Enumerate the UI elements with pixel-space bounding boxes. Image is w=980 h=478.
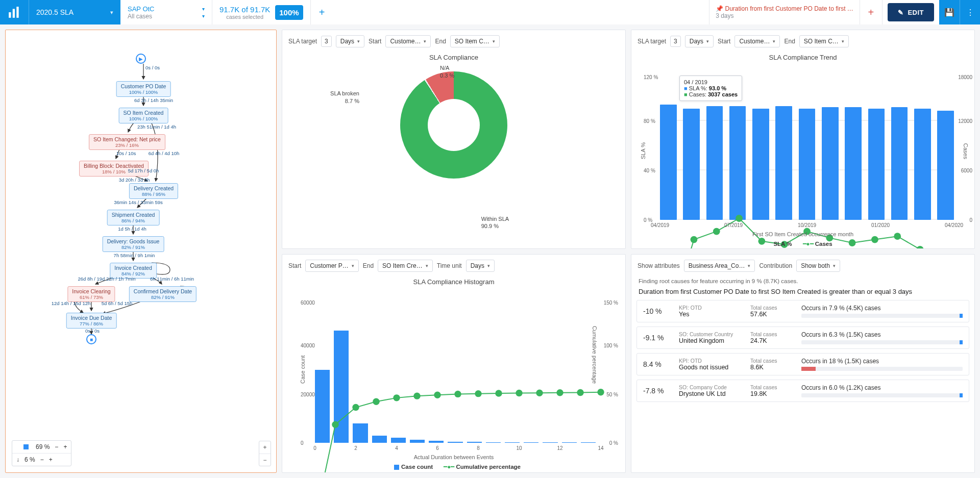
- time-unit-label: Time unit: [437, 262, 462, 269]
- chevron-down-icon: ▾: [202, 6, 205, 12]
- tooltip-month: 04 / 2019: [684, 79, 738, 85]
- minus-button[interactable]: −: [40, 456, 44, 463]
- zoom-out-button[interactable]: −: [259, 454, 271, 466]
- time-unit-dropdown[interactable]: Days▾: [466, 260, 495, 272]
- sla-target-input[interactable]: 3: [321, 36, 332, 47]
- cases-pct-badge: 100%: [275, 5, 303, 20]
- donut-value-na: 0.3 %: [440, 72, 454, 79]
- show-attributes-dropdown[interactable]: Business Area_Co…▾: [684, 260, 755, 272]
- rc-item[interactable]: -9.1 %SO: Customer CountryUnited Kingdom…: [636, 326, 969, 349]
- workspace: ▶ 0s / 0s Customer PO Date100% / 100%SO …: [0, 24, 980, 478]
- end-dropdown[interactable]: SO Item C…▾: [799, 35, 849, 47]
- kebab-icon: ⋮: [966, 8, 974, 17]
- cases-sub: cases selected: [226, 14, 263, 20]
- sla-trend-panel: SLA target 3 Days▾ Start Custome…▾ End S…: [631, 30, 975, 249]
- svg-point-29: [577, 389, 583, 395]
- rc-description: Finding root causes for feature occurrin…: [631, 277, 974, 285]
- topbar-left: 2020.5 SLA ▾: [0, 0, 120, 24]
- unit-dropdown[interactable]: Days▾: [336, 35, 364, 47]
- kpi-value: 3 days: [716, 12, 853, 19]
- end-label: End: [435, 38, 446, 45]
- process-node[interactable]: Confirmed Delivery Date82% / 91%: [129, 286, 197, 302]
- edge-label: 26d 8h / 19d 22h / 1h 7min: [78, 276, 135, 282]
- svg-rect-2: [16, 7, 18, 18]
- process-node[interactable]: SO Item Created100% / 100%: [119, 108, 168, 123]
- donut-chart[interactable]: N/A0.3 % SLA broken8.7 % Within SLA90.9 …: [282, 64, 625, 248]
- rc-item[interactable]: -7.8 %SO: Company CodeDrystone UK LtdTot…: [636, 380, 969, 402]
- rc-item[interactable]: -10 %KPI: OTDYesTotal cases57.6KOccurs i…: [636, 300, 969, 322]
- kpi-chip[interactable]: 📌 Duration from first Customer PO Date t…: [709, 0, 860, 24]
- process-node[interactable]: Invoice Clearing61% / 73%: [67, 286, 115, 302]
- process-canvas[interactable]: ▶ 0s / 0s Customer PO Date100% / 100%SO …: [6, 30, 276, 472]
- cases-selected[interactable]: 91.7K of 91.7K cases selected 100%: [212, 0, 311, 24]
- zoom-in-button[interactable]: +: [259, 441, 271, 454]
- start-dropdown[interactable]: Custome…▾: [385, 35, 431, 47]
- bars-icon: [8, 6, 21, 19]
- process-node[interactable]: Invoice Due Date77% / 86%: [66, 313, 117, 329]
- plus-button[interactable]: +: [63, 443, 67, 450]
- root-cause-panel: Show attributes Business Area_Co…▾ Contr…: [631, 254, 975, 473]
- save-button[interactable]: 💾: [939, 0, 960, 24]
- svg-point-30: [597, 388, 604, 395]
- process-node[interactable]: Delivery Created88% / 95%: [129, 183, 178, 199]
- panel-filters: SLA target 3 Days▾ Start Custome…▾ End S…: [282, 30, 625, 53]
- rc-item[interactable]: 8.4 %KPI: OTDGoods not issuedTotal cases…: [636, 353, 969, 375]
- edge-label: 6d 4h / 4d 10h: [149, 150, 180, 156]
- project-name: 2020.5 SLA: [36, 8, 74, 16]
- donut-value-broken: 8.7 %: [345, 98, 359, 104]
- sla-compliance-panel: SLA target 3 Days▾ Start Custome…▾ End S…: [282, 30, 626, 249]
- process-node[interactable]: Customer PO Date100% / 100%: [116, 81, 171, 97]
- start-dropdown[interactable]: Customer P…▾: [305, 260, 358, 272]
- y2-axis-label: Cases: [962, 143, 968, 159]
- rc-list: -10 %KPI: OTDYesTotal cases57.6KOccurs i…: [631, 300, 974, 411]
- svg-point-27: [536, 389, 543, 396]
- sla-target-input[interactable]: 3: [670, 36, 681, 47]
- rc-title: Duration from first Customer PO Date to …: [631, 285, 974, 300]
- chart-title: SLA Compliance Trend: [631, 54, 974, 61]
- dataset-dropdown[interactable]: SAP OtC ▾ All cases ▾: [120, 0, 212, 24]
- add-kpi-button[interactable]: +: [860, 0, 883, 24]
- start-dropdown[interactable]: Custome…▾: [734, 35, 780, 47]
- svg-point-21: [413, 392, 420, 399]
- contribution-dropdown[interactable]: Show both▾: [796, 260, 840, 272]
- edge-label: 6h 11min / 6h 11min: [150, 276, 194, 282]
- process-node[interactable]: SO Item Changed: Net price23% / 16%: [89, 134, 165, 150]
- project-dropdown[interactable]: 2020.5 SLA ▾: [29, 0, 120, 24]
- end-dropdown[interactable]: SO Item C…▾: [450, 35, 500, 47]
- more-menu-button[interactable]: ⋮: [960, 0, 980, 24]
- svg-point-24: [475, 390, 481, 396]
- sla-target-label: SLA target: [288, 38, 317, 45]
- edge-label: 6d 3h / 14h 35min: [134, 97, 173, 103]
- donut-label-broken: SLA broken: [330, 90, 359, 96]
- trend-chart[interactable]: SLA % Cases 0 %40 %80 %120 % 06000120001…: [631, 64, 974, 248]
- process-end: ■: [86, 334, 96, 344]
- process-start: ▶: [136, 54, 146, 64]
- kpi-title: 📌 Duration from first Customer PO Date t…: [716, 5, 853, 12]
- sla-histogram-panel: Start Customer P…▾ End SO Item Cre…▾ Tim…: [282, 254, 626, 473]
- svg-point-18: [352, 404, 359, 410]
- chart-title: SLA Compliance Histogram: [282, 278, 625, 286]
- process-node[interactable]: Shipment Created86% / 94%: [107, 210, 160, 225]
- panel-filters: Start Customer P…▾ End SO Item Cre…▾ Tim…: [282, 255, 625, 277]
- add-filter-button[interactable]: +: [311, 0, 333, 24]
- chart-tooltip: 04 / 2019 ■ SLA %: 93.0 % ■ Cases: 3037 …: [679, 76, 742, 101]
- unit-dropdown[interactable]: Days▾: [685, 35, 714, 47]
- plus-button[interactable]: +: [49, 456, 53, 463]
- app-logo[interactable]: [0, 0, 29, 24]
- minus-button[interactable]: −: [55, 443, 58, 450]
- edge-label: 23h 51min / 1d 4h: [137, 124, 176, 130]
- histogram-chart[interactable]: Case count Cumulative percentage 0200004…: [282, 289, 625, 473]
- edge-label: 12d 14h / 15d 12h: [52, 300, 91, 306]
- y-axis-label: Case count: [300, 355, 306, 384]
- end-dropdown[interactable]: SO Item Cre…▾: [378, 260, 433, 272]
- zoom-controls: + −: [259, 441, 271, 466]
- x-axis-label: First SO Item Created occurrence month: [631, 231, 974, 237]
- process-node[interactable]: Delivery: Goods Issue82% / 91%: [103, 236, 164, 252]
- end-label: End: [363, 262, 374, 269]
- edit-button[interactable]: ✎ EDIT: [888, 3, 934, 21]
- edge-label: 0s / 0s: [145, 65, 160, 70]
- donut-label-within: Within SLA: [481, 216, 509, 222]
- donut-label-na: N/A: [440, 65, 449, 71]
- svg-point-25: [495, 390, 502, 396]
- panel-filters: SLA target 3 Days▾ Start Custome…▾ End S…: [631, 30, 974, 53]
